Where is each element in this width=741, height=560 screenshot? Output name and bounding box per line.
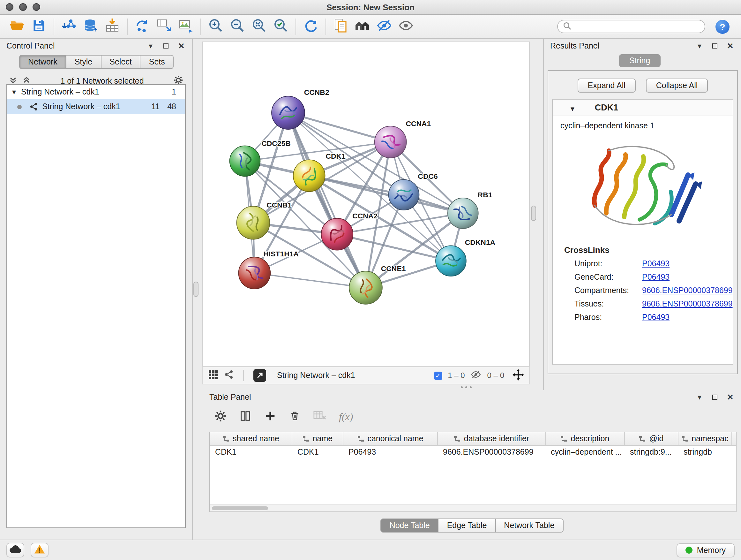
zoom-out-button[interactable] [226,16,248,37]
crosslink-link[interactable]: P06493 [642,313,670,322]
table-settings-gear-icon[interactable] [214,410,226,424]
tab-edge-table[interactable]: Edge Table [439,518,496,533]
network-node-CDK1[interactable]: CDK1 [293,152,346,192]
control-panel-tabs: Network Style Select Sets [19,55,174,69]
table-cell[interactable]: stringdb:9... [625,448,678,456]
column-header-canonical-name[interactable]: canonical name [343,432,438,445]
table-splitter-handle[interactable] [461,386,472,388]
open-in-window-button[interactable] [253,369,266,382]
table-cell[interactable]: stringdb [678,448,732,456]
panel-float-button[interactable] [711,393,719,401]
panel-close-button[interactable] [177,42,186,51]
search-box[interactable] [557,20,705,33]
network-node-RB1[interactable]: RB1 [448,191,492,229]
network-node-label: CDC25B [261,139,291,147]
column-header-shared-name[interactable]: shared name [210,432,292,445]
horizontal-scrollbar[interactable] [210,504,736,511]
function-builder-button[interactable]: f(x) [339,411,353,423]
export-image-button[interactable] [175,16,197,37]
column-header--id[interactable]: @id [625,432,678,445]
network-edge-CCNB2-CCNE1[interactable] [288,113,366,288]
grid-view-icon[interactable] [208,369,218,381]
splitter-handle-left[interactable] [193,282,199,297]
open-session-button[interactable] [6,16,28,37]
crosslink-link[interactable]: P06493 [642,273,670,282]
table-cell[interactable]: cyclin–dependent ... [546,448,625,456]
column-header-namespac[interactable]: namespac [678,432,732,445]
network-collection-row[interactable]: String Network – cdk1 1 [7,85,185,99]
window-zoom-button[interactable] [32,3,40,11]
network-edge-CCNA2-CDKN1A[interactable] [337,234,451,261]
tab-network[interactable]: Network [19,55,66,69]
network-row-selected[interactable]: String Network – cdk1 11 48 [7,99,185,114]
pan-crosshair-icon[interactable] [513,369,524,382]
hide-unhide-button[interactable] [374,16,395,37]
delete-column-icon[interactable] [289,410,300,424]
splitter-handle-right[interactable] [531,206,536,221]
table-row[interactable]: CDK1CDK1P064939606.ENSP00000378699cyclin… [210,446,736,458]
import-network-file-button[interactable] [58,16,80,37]
window-close-button[interactable] [6,3,13,11]
panel-float-button[interactable] [161,42,171,51]
panel-collapse-button[interactable] [695,42,704,51]
tab-style[interactable]: Style [66,55,102,69]
table-cell[interactable]: CDK1 [292,448,343,456]
import-network-database-button[interactable] [80,16,102,37]
window-minimize-button[interactable] [19,3,27,11]
panel-collapse-button[interactable] [146,42,155,51]
protein-card-header[interactable]: CDK1 [553,100,733,116]
import-table-button[interactable] [102,16,123,37]
tab-node-table[interactable]: Node Table [381,518,439,533]
scrollbar-thumb[interactable] [212,506,268,510]
search-input[interactable] [575,22,699,31]
hidden-eye-slash-icon[interactable] [471,370,482,381]
share-network-icon[interactable] [224,370,233,381]
show-button[interactable] [395,16,417,37]
crosslink-link[interactable]: 9606.ENSP00000378699 [642,300,733,308]
home-button[interactable] [352,16,374,37]
zoom-fit-button[interactable] [248,16,270,37]
add-column-icon[interactable] [264,410,276,424]
tab-select[interactable]: Select [101,55,141,69]
warnings-button[interactable] [30,543,49,557]
new-network-button[interactable] [131,16,153,37]
toolbar-separator [243,370,244,381]
network-node-HIST1H1A[interactable]: HIST1H1A [239,250,299,289]
cloud-status-button[interactable] [6,543,24,557]
panel-close-button[interactable] [726,42,735,51]
network-graph[interactable]: CCNB2CCNA1CDC25BCDK1CDC6RB1CCNB1CCNA2CDK… [203,42,529,366]
panel-float-button[interactable] [711,42,719,51]
network-node-CCNA1[interactable]: CCNA1 [375,119,431,158]
tab-network-table[interactable]: Network Table [495,518,563,533]
zoom-selected-button[interactable] [270,16,292,37]
table-cell[interactable]: P06493 [343,448,438,456]
tab-sets[interactable]: Sets [141,55,174,69]
results-tab-string[interactable]: String [619,54,660,67]
network-from-table-button[interactable] [153,16,175,37]
expand-all-button[interactable]: Expand All [578,78,636,92]
memory-button[interactable]: Memory [677,543,735,557]
disclosure-triangle-icon[interactable] [569,102,576,113]
network-node-CCNB2[interactable]: CCNB2 [272,88,329,129]
column-header-description[interactable]: description [546,432,625,445]
panel-collapse-button[interactable] [695,393,704,401]
column-header-database-identifier[interactable]: database identifier [438,432,546,445]
help-button[interactable] [716,19,730,34]
crosslink-link[interactable]: 9606.ENSP00000378699 [642,286,733,295]
crosslink-link[interactable]: P06493 [642,259,670,268]
refresh-layout-button[interactable] [300,16,322,37]
network-node-CDKN1A[interactable]: CDKN1A [435,238,495,276]
network-node-label: CDKN1A [465,238,495,246]
table-cell[interactable]: 9606.ENSP00000378699 [438,448,546,456]
copy-document-button[interactable] [330,16,352,37]
panel-close-button[interactable] [726,393,735,401]
collapse-all-button[interactable]: Collapse All [646,78,708,92]
selected-checkbox-icon[interactable] [434,371,442,380]
disclosure-triangle-icon[interactable] [12,87,16,97]
save-session-button[interactable] [28,16,50,37]
network-canvas[interactable]: CCNB2CCNA1CDC25BCDK1CDC6RB1CCNB1CCNA2CDK… [202,42,530,367]
table-cell[interactable]: CDK1 [210,448,292,456]
show-columns-icon[interactable] [239,410,252,424]
zoom-in-button[interactable] [205,16,226,37]
column-header-name[interactable]: name [292,432,343,445]
